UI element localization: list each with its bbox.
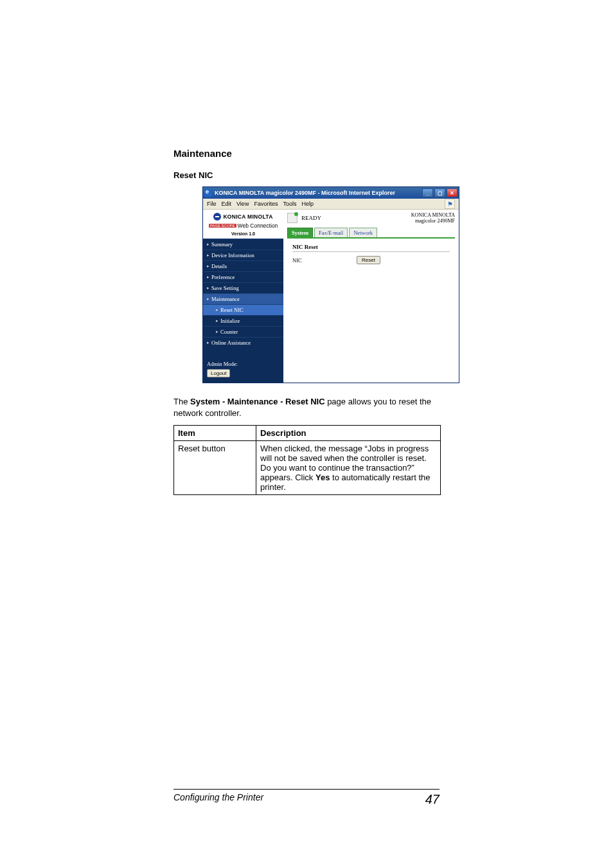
desc-bold: Yes bbox=[315, 473, 330, 482]
logout-button[interactable]: Logout bbox=[207, 369, 230, 377]
sidebar-item-maintenance[interactable]: Maintenance bbox=[203, 293, 283, 304]
sidebar-item-counter[interactable]: Counter bbox=[203, 326, 283, 337]
sidebar-item-initialize[interactable]: Initialize bbox=[203, 315, 283, 326]
window-close-button[interactable]: ✕ bbox=[447, 188, 458, 197]
table-cell-item: Reset button bbox=[174, 441, 256, 495]
footer-page-number: 47 bbox=[425, 792, 440, 807]
window-minimize-button[interactable]: _ bbox=[422, 188, 433, 197]
sidebar: KONICA MINOLTA PAGE SCOPE Web Connection… bbox=[203, 210, 283, 383]
window-maximize-button[interactable]: ▢ bbox=[434, 188, 445, 197]
description-paragraph: The System - Maintenance - Reset NIC pag… bbox=[173, 396, 433, 419]
ie-logo-icon bbox=[204, 189, 212, 197]
reset-button[interactable]: Reset bbox=[357, 256, 380, 264]
content-model: magicolor 2490MF bbox=[411, 218, 455, 224]
description-table: Item Description Reset button When click… bbox=[173, 425, 441, 495]
brand-name: KONICA MINOLTA bbox=[223, 213, 272, 220]
menu-favorites[interactable]: Favorites bbox=[254, 201, 278, 207]
pagescope-badge: PAGE SCOPE bbox=[209, 224, 236, 228]
menu-file[interactable]: File bbox=[207, 201, 217, 207]
sidebar-item-summary[interactable]: Summary bbox=[203, 239, 283, 249]
brand-block: KONICA MINOLTA PAGE SCOPE Web Connection… bbox=[203, 210, 283, 239]
tab-network[interactable]: Network bbox=[349, 228, 377, 237]
ie-menubar: File Edit View Favorites Tools Help ⚑ bbox=[203, 199, 459, 210]
table-cell-description: When clicked, the message “Jobs in progr… bbox=[256, 441, 441, 495]
content-area: READY KONICA MINOLTA magicolor 2490MF Sy… bbox=[283, 210, 459, 383]
window-title: KONICA MINOLTA magicolor 2490MF - Micros… bbox=[215, 190, 395, 196]
menu-view[interactable]: View bbox=[236, 201, 249, 207]
sidebar-item-reset-nic[interactable]: Reset NIC bbox=[203, 304, 283, 315]
sidebar-item-save-setting[interactable]: Save Setting bbox=[203, 282, 283, 293]
printer-status-icon bbox=[287, 213, 298, 223]
sidebar-item-preference[interactable]: Preference bbox=[203, 271, 283, 282]
tab-bar: System Fax/E-mail Network bbox=[287, 228, 455, 237]
footer-section-title: Configuring the Printer bbox=[173, 792, 263, 807]
panel-title: NIC Reset bbox=[292, 244, 450, 252]
tab-fax-email[interactable]: Fax/E-mail bbox=[314, 228, 348, 237]
menu-help[interactable]: Help bbox=[301, 201, 314, 207]
page-footer: Configuring the Printer 47 bbox=[173, 789, 440, 807]
para-pre: The bbox=[173, 397, 190, 406]
version-label: Version 1.0 bbox=[206, 231, 281, 236]
table-head-item: Item bbox=[174, 426, 256, 441]
section-heading-maintenance: Maintenance bbox=[173, 148, 433, 159]
content-brand: KONICA MINOLTA bbox=[411, 212, 455, 218]
table-head-description: Description bbox=[256, 426, 441, 441]
sidebar-item-online-assistance[interactable]: Online Assistance bbox=[203, 337, 283, 348]
screenshot-ie-window: KONICA MINOLTA magicolor 2490MF - Micros… bbox=[202, 186, 433, 383]
window-titlebar: KONICA MINOLTA magicolor 2490MF - Micros… bbox=[203, 187, 459, 199]
admin-mode-label: Admin Mode: bbox=[207, 361, 280, 367]
section-heading-reset-nic: Reset NIC bbox=[173, 170, 433, 180]
para-bold: System - Maintenance - Reset NIC bbox=[190, 397, 325, 406]
sidebar-item-device-information[interactable]: Device Information bbox=[203, 249, 283, 260]
ie-flag-icon: ⚑ bbox=[445, 199, 455, 209]
tab-system[interactable]: System bbox=[287, 228, 313, 237]
printer-status-text: READY bbox=[301, 215, 321, 221]
sidebar-item-details[interactable]: Details bbox=[203, 260, 283, 271]
table-row: Reset button When clicked, the message “… bbox=[174, 441, 441, 495]
menu-tools[interactable]: Tools bbox=[283, 201, 296, 207]
panel-row-label: NIC bbox=[292, 257, 357, 264]
km-logo-icon bbox=[213, 213, 221, 221]
menu-edit[interactable]: Edit bbox=[222, 201, 232, 207]
pagescope-label: Web Connection bbox=[238, 222, 278, 229]
